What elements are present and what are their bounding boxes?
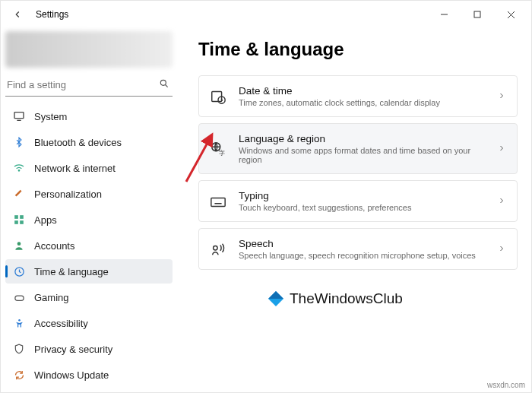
chevron-right-icon [497, 90, 506, 103]
gamepad-icon [13, 291, 25, 303]
sidebar-item-label: Gaming [34, 292, 69, 303]
svg-rect-7 [14, 215, 18, 219]
card-typing[interactable]: Typing Touch keyboard, text suggestions,… [198, 180, 518, 222]
svg-rect-9 [14, 220, 18, 224]
watermark-text: TheWindowsClub [290, 290, 403, 307]
back-button[interactable] [7, 4, 28, 25]
search-input[interactable] [7, 79, 159, 90]
page-title: Time & language [198, 39, 518, 60]
sidebar-item-label: Accessibility [34, 318, 88, 329]
sidebar-item-apps[interactable]: Apps [5, 208, 173, 232]
chevron-right-icon [497, 195, 506, 208]
titlebar: Settings [1, 1, 531, 28]
card-subtitle: Windows and some apps format dates and t… [239, 146, 485, 164]
card-date-time[interactable]: Date & time Time zones, automatic clock … [198, 75, 518, 117]
card-subtitle: Touch keyboard, text suggestions, prefer… [239, 203, 485, 212]
svg-rect-13 [14, 296, 23, 300]
card-title: Typing [239, 190, 485, 201]
card-title: Date & time [239, 85, 485, 97]
maximize-button[interactable] [463, 4, 492, 25]
main-panel: Time & language Date & time Time zones, … [177, 28, 531, 392]
sidebar-item-label: Accounts [34, 240, 74, 252]
accessibility-icon [13, 317, 25, 329]
keyboard-icon [210, 193, 226, 210]
bluetooth-icon [13, 136, 25, 148]
sidebar-item-label: Privacy & security [34, 344, 112, 355]
card-speech[interactable]: Speech Speech language, speech recogniti… [198, 228, 518, 270]
calendar-clock-icon [210, 88, 226, 105]
svg-rect-19 [211, 198, 225, 206]
card-subtitle: Speech language, speech recognition micr… [239, 251, 485, 260]
person-icon [13, 239, 25, 252]
sidebar-item-label: System [34, 111, 67, 122]
sidebar: System Bluetooth & devices Network & int… [1, 28, 177, 392]
footer-watermark: wsxdn.com [487, 381, 525, 389]
sidebar-item-label: Bluetooth & devices [34, 137, 122, 148]
sidebar-item-label: Network & internet [34, 163, 116, 174]
chevron-right-icon [497, 142, 506, 156]
sidebar-item-time-language[interactable]: Time & language [5, 259, 173, 284]
search-icon [159, 78, 169, 91]
sidebar-item-label: Personalization [34, 189, 102, 200]
globe-char-icon: 字 [210, 141, 226, 157]
chevron-right-icon [497, 242, 506, 256]
svg-rect-1 [474, 11, 480, 17]
clock-globe-icon [13, 265, 25, 277]
sidebar-item-gaming[interactable]: Gaming [5, 285, 173, 309]
sidebar-item-personalization[interactable]: Personalization [5, 182, 173, 206]
svg-line-3 [166, 85, 168, 87]
watermark: TheWindowsClub [267, 290, 403, 308]
svg-rect-4 [14, 113, 24, 119]
update-icon [13, 369, 25, 381]
sidebar-item-privacy[interactable]: Privacy & security [5, 337, 173, 361]
svg-point-14 [18, 319, 21, 321]
apps-icon [13, 214, 25, 226]
svg-point-25 [214, 246, 218, 250]
wifi-icon [13, 162, 25, 174]
svg-point-2 [160, 80, 166, 85]
card-language-region[interactable]: 字 Language & region Windows and some app… [198, 123, 518, 174]
card-subtitle: Time zones, automatic clock settings, ca… [239, 98, 485, 107]
svg-point-11 [17, 242, 21, 246]
speech-icon [210, 241, 226, 258]
sidebar-item-label: Apps [34, 214, 57, 226]
window-title: Settings [36, 9, 68, 20]
sidebar-item-accounts[interactable]: Accounts [5, 233, 173, 258]
windowsclub-logo-icon [267, 290, 285, 308]
svg-rect-8 [20, 215, 24, 219]
close-button[interactable] [496, 4, 525, 25]
minimize-button[interactable] [429, 4, 458, 25]
sidebar-item-accessibility[interactable]: Accessibility [5, 311, 173, 335]
sidebar-item-system[interactable]: System [5, 104, 173, 128]
svg-rect-10 [20, 220, 24, 224]
profile-card[interactable] [5, 31, 173, 68]
sidebar-item-update[interactable]: Windows Update [5, 363, 173, 387]
svg-point-6 [18, 170, 19, 171]
svg-text:字: 字 [219, 150, 225, 157]
system-icon [13, 110, 25, 122]
sidebar-item-bluetooth[interactable]: Bluetooth & devices [5, 130, 173, 154]
sidebar-item-label: Windows Update [34, 369, 109, 381]
sidebar-item-network[interactable]: Network & internet [5, 156, 173, 180]
shield-icon [13, 343, 25, 355]
sidebar-item-label: Time & language [34, 266, 109, 277]
card-title: Language & region [239, 133, 485, 144]
card-title: Speech [239, 238, 485, 249]
search-box[interactable] [5, 74, 173, 97]
brush-icon [13, 188, 25, 200]
